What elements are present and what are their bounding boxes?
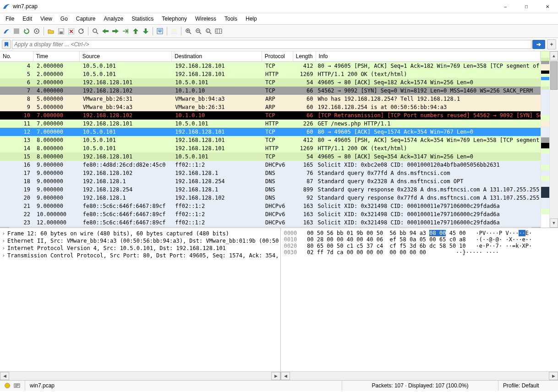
packet-row[interactable]: 117.000000192.168.128.10110.5.0.101HTTP2… xyxy=(0,120,541,128)
column-len[interactable]: Length xyxy=(293,51,316,61)
statusbar: win7.pcap Packets: 107 · Displayed: 107 … xyxy=(0,380,558,391)
autoscroll-icon[interactable] xyxy=(155,27,164,36)
packet-row[interactable]: 127.00000010.5.0.101192.168.128.101TCP60… xyxy=(0,128,541,136)
packet-row[interactable]: 42.00000010.5.0.101192.168.128.101TCP412… xyxy=(0,62,541,70)
menu-edit[interactable]: Edit xyxy=(19,15,36,23)
packet-row[interactable]: 2312.000000fe80::5c6c:646f:6467:89cfff02… xyxy=(0,218,541,227)
menu-help[interactable]: Help xyxy=(242,15,261,23)
expert-info-icon[interactable] xyxy=(5,383,10,388)
menu-analyze[interactable]: Analyze xyxy=(100,15,127,23)
column-time[interactable]: Time xyxy=(33,51,80,61)
bytes-hscroll[interactable]: ◀▶ xyxy=(281,371,558,380)
packet-row[interactable]: 179.000000192.168.128.102192.168.128.1DN… xyxy=(0,169,541,177)
packet-row[interactable]: 148.00000010.5.0.101192.168.128.101HTTP1… xyxy=(0,144,541,152)
menu-view[interactable]: View xyxy=(37,15,56,23)
hex-row[interactable]: 0010 00 28 00 00 40 00 40 06 ef 58 0a 05… xyxy=(284,236,555,243)
window-title: win7.pcap xyxy=(13,3,38,10)
svg-rect-10 xyxy=(171,31,177,32)
packet-details-pane[interactable]: ›Frame 12: 60 bytes on wire (480 bits), … xyxy=(0,228,281,371)
packet-list-hscroll[interactable]: ◀▶ xyxy=(0,227,541,228)
packet-row[interactable]: 107.000000192.168.128.10210.1.0.10TCP66[… xyxy=(0,111,541,120)
packet-bytes-pane[interactable]: 0000 00 50 56 bb 01 9b 00 50 56 bb 94 a3… xyxy=(281,228,558,371)
close-button[interactable]: ✕ xyxy=(537,0,558,13)
detail-tree-item[interactable]: ›Frame 12: 60 bytes on wire (480 bits), … xyxy=(1,230,279,237)
minimize-button[interactable]: – xyxy=(495,0,516,13)
packet-row[interactable]: 209.000000192.168.128.1192.168.128.102DN… xyxy=(0,194,541,202)
menubar: FileEditViewGoCaptureAnalyzeStatisticsTe… xyxy=(0,13,558,25)
svg-rect-0 xyxy=(14,28,19,34)
options-icon[interactable] xyxy=(32,27,41,36)
menu-go[interactable]: Go xyxy=(57,15,71,23)
hex-row[interactable]: 0030 02 ff 7d ca 00 00 00 00 00 00 00 00… xyxy=(284,249,555,256)
packet-row[interactable]: 169.000000fe80::4d8d:26cd:d82e:45c0ff02:… xyxy=(0,161,541,169)
resize-cols-icon[interactable] xyxy=(214,27,223,36)
details-hscroll[interactable]: ◀▶ xyxy=(0,371,281,380)
bottom-split: ›Frame 12: 60 bytes on wire (480 bits), … xyxy=(0,228,558,380)
shark-fin-icon[interactable] xyxy=(2,27,11,36)
add-filter-button[interactable]: + xyxy=(547,39,556,49)
packet-list-body[interactable]: 42.00000010.5.0.101192.168.128.101TCP412… xyxy=(0,62,541,227)
packet-row[interactable]: 189.000000192.168.128.1192.168.128.254DN… xyxy=(0,177,541,185)
goto-icon[interactable] xyxy=(121,27,130,36)
packet-row[interactable]: 62.000000192.168.128.10110.5.0.101TCP544… xyxy=(0,78,541,87)
bookmark-icon[interactable] xyxy=(2,40,11,49)
svg-point-2 xyxy=(36,31,38,32)
forward-icon[interactable] xyxy=(111,27,120,36)
packet-row[interactable]: 138.00000010.5.0.101192.168.128.101TCP41… xyxy=(0,136,541,144)
first-icon[interactable] xyxy=(131,27,140,36)
last-icon[interactable] xyxy=(141,27,150,36)
svg-rect-11 xyxy=(171,33,177,34)
status-packets: Packets: 107 · Displayed: 107 (100.0%) xyxy=(342,381,498,391)
menu-tools[interactable]: Tools xyxy=(221,15,241,23)
filter-bar: ➔ + xyxy=(0,38,558,51)
packet-row[interactable]: 74.000000192.168.128.10210.1.0.10TCP6654… xyxy=(0,87,541,95)
zoom-out-icon[interactable] xyxy=(194,27,203,36)
colorize-icon[interactable] xyxy=(170,27,179,36)
maximize-button[interactable]: □ xyxy=(516,0,537,13)
main-toolbar: 1 xyxy=(0,25,558,38)
menu-telephony[interactable]: Telephony xyxy=(158,15,191,23)
packet-minimap[interactable] xyxy=(541,51,549,228)
find-icon[interactable] xyxy=(91,27,100,36)
svg-text:1: 1 xyxy=(207,30,209,33)
packet-row[interactable]: 95.000000VMware_bb:94:a3VMware_bb:26:31A… xyxy=(0,103,541,111)
apply-filter-button[interactable]: ➔ xyxy=(532,40,545,49)
packet-row[interactable]: 2210.000000fe80::5c6c:646f:6467:89cfff02… xyxy=(0,210,541,218)
status-file: win7.pcap xyxy=(25,381,342,391)
display-filter-input[interactable] xyxy=(12,40,531,49)
status-profile[interactable]: Profile: Default xyxy=(498,381,558,391)
save-icon[interactable] xyxy=(56,27,66,36)
packet-row[interactable]: 158.000000192.168.128.10110.5.0.101TCP54… xyxy=(0,152,541,161)
detail-tree-item[interactable]: ›Ethernet II, Src: VMware_bb:94:a3 (00:5… xyxy=(1,237,279,245)
column-proto[interactable]: Protocol xyxy=(262,51,293,61)
menu-statistics[interactable]: Statistics xyxy=(128,15,157,23)
reload-icon[interactable] xyxy=(77,27,86,36)
hex-row[interactable]: 0020 80 65 00 50 c1 c5 37 c4 cf f5 3d 6b… xyxy=(284,243,555,249)
stop-icon[interactable] xyxy=(12,27,21,36)
menu-capture[interactable]: Capture xyxy=(72,15,99,23)
packet-row[interactable]: 52.00000010.5.0.101192.168.128.101HTTP12… xyxy=(0,70,541,78)
close-icon[interactable] xyxy=(66,27,76,36)
menu-wireless[interactable]: Wireless xyxy=(191,15,220,23)
titlebar: win7.pcap – □ ✕ xyxy=(0,0,558,13)
packet-row[interactable]: 219.000000fe80::5c6c:646f:6467:89cfff02:… xyxy=(0,202,541,210)
detail-tree-item[interactable]: ›Internet Protocol Version 4, Src: 10.5.… xyxy=(1,245,279,252)
hex-row[interactable]: 0000 00 50 56 bb 01 9b 00 50 56 bb 94 a3… xyxy=(284,230,555,236)
restart-icon[interactable] xyxy=(22,27,31,36)
column-no[interactable]: No. xyxy=(0,51,33,61)
open-icon[interactable] xyxy=(46,27,55,36)
zoom-in-icon[interactable] xyxy=(184,27,193,36)
packet-list-vscroll[interactable]: ▲ ▼ xyxy=(549,51,558,228)
detail-tree-item[interactable]: ›Transmission Control Protocol, Src Port… xyxy=(1,252,279,259)
packet-row[interactable]: 85.000000VMware_bb:26:31VMware_bb:94:a3A… xyxy=(0,95,541,103)
packet-row[interactable]: 199.000000192.168.128.254192.168.128.1DN… xyxy=(0,185,541,194)
zoom-reset-icon[interactable]: 1 xyxy=(204,27,213,36)
svg-rect-9 xyxy=(171,29,177,30)
column-src[interactable]: Source xyxy=(80,51,172,61)
column-info[interactable]: Info xyxy=(316,51,541,61)
packet-list-header[interactable]: No.TimeSourceDestinationProtocolLengthIn… xyxy=(0,51,541,62)
menu-file[interactable]: File xyxy=(2,15,18,23)
back-icon[interactable] xyxy=(101,27,110,36)
capture-file-icon xyxy=(14,382,20,389)
column-dst[interactable]: Destination xyxy=(172,51,262,61)
